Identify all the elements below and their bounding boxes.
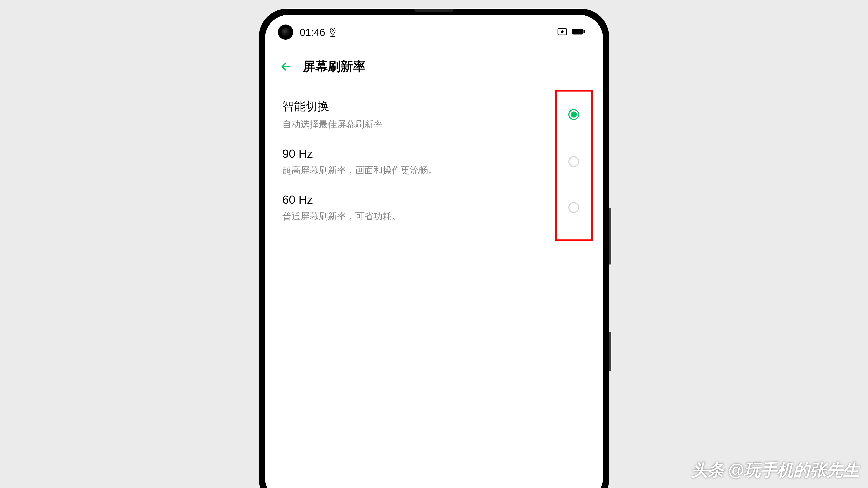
watermark-handle: @玩手机的张先生 [728,459,859,482]
watermark: 头条 @玩手机的张先生 [691,459,859,482]
svg-point-2 [561,30,563,33]
option-description: 自动选择最佳屏幕刷新率 [282,118,568,130]
phone-speaker [414,9,454,12]
phone-side-button-upper [609,208,611,265]
option-title: 智能切换 [282,98,568,114]
option-text-group: 90 Hz 超高屏幕刷新率，画面和操作更流畅。 [282,147,568,176]
option-text-group: 智能切换 自动选择最佳屏幕刷新率 [282,98,568,130]
back-button[interactable] [280,61,292,72]
watermark-brand: 头条 [691,459,723,482]
screen-record-icon [557,28,567,36]
location-icon [329,27,336,37]
option-title: 90 Hz [282,147,568,160]
radio-button[interactable] [568,202,579,213]
option-text-group: 60 Hz 普通屏幕刷新率，可省功耗。 [282,193,568,222]
option-90hz[interactable]: 90 Hz 超高屏幕刷新率，画面和操作更流畅。 [278,139,590,185]
option-60hz[interactable]: 60 Hz 普通屏幕刷新率，可省功耗。 [278,185,590,231]
options-list: 智能切换 自动选择最佳屏幕刷新率 90 Hz 超高屏幕刷新率，画面和操作更流畅。… [265,86,603,235]
camera-lens [281,28,290,36]
option-description: 超高屏幕刷新率，画面和操作更流畅。 [282,164,568,176]
svg-rect-3 [572,29,584,34]
phone-device-frame: 01:46 [259,9,609,488]
status-bar: 01:46 [265,15,603,45]
status-time: 01:46 [300,26,325,38]
option-description: 普通屏幕刷新率，可省功耗。 [282,210,568,222]
phone-screen: 01:46 [265,15,603,488]
camera-punch-hole [278,25,293,40]
option-smart-switch[interactable]: 智能切换 自动选择最佳屏幕刷新率 [278,90,590,139]
page-title: 屏幕刷新率 [303,58,366,75]
radio-button-selected[interactable] [568,109,579,120]
battery-icon [571,28,586,36]
option-title: 60 Hz [282,193,568,206]
svg-rect-4 [584,30,585,33]
radio-button[interactable] [568,156,579,167]
phone-side-button-lower [609,332,611,371]
nav-header: 屏幕刷新率 [265,45,603,86]
status-right-group [557,28,586,36]
radio-dot-icon [571,111,577,118]
